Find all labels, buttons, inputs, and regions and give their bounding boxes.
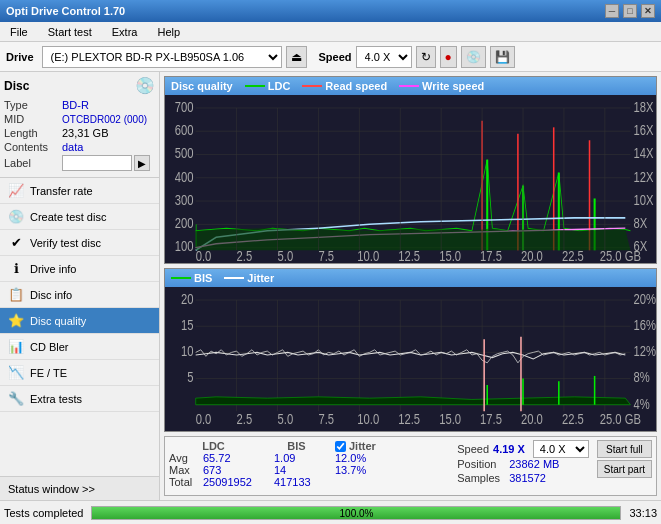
position-label: Position: [457, 458, 505, 470]
eject-button[interactable]: ⏏: [286, 46, 307, 68]
bis-legend-label: BIS: [194, 272, 212, 284]
speed-select[interactable]: 4.0 X: [356, 46, 412, 68]
menu-help[interactable]: Help: [151, 25, 186, 39]
svg-text:22.5: 22.5: [562, 411, 584, 428]
menu-file[interactable]: File: [4, 25, 34, 39]
contents-value: data: [62, 141, 83, 153]
bis-max: 14: [274, 464, 319, 476]
disc-button[interactable]: 💿: [461, 46, 486, 68]
sidebar-item-fe-te[interactable]: 📉 FE / TE: [0, 360, 159, 386]
stats-panel: LDC Avg 65.72 Max 673 Total 25091952 BIS: [164, 436, 657, 496]
minimize-button[interactable]: ─: [605, 4, 619, 18]
read-speed-legend: Read speed: [302, 80, 387, 92]
disc-info-label: Disc info: [30, 289, 72, 301]
time-display: 33:13: [629, 507, 657, 519]
svg-text:17.5: 17.5: [480, 411, 502, 428]
svg-text:400: 400: [175, 168, 194, 185]
bottom-chart-svg: 20 15 10 5 20% 16% 12% 8% 4% 0.0 2.5 5.0…: [165, 287, 656, 431]
label-key: Label: [4, 157, 62, 169]
sidebar: Disc 💿 Type BD-R MID OTCBDR002 (000) Len…: [0, 72, 160, 500]
svg-text:600: 600: [175, 122, 194, 139]
main-content: Disc 💿 Type BD-R MID OTCBDR002 (000) Len…: [0, 72, 661, 500]
sidebar-item-drive-info[interactable]: ℹ Drive info: [0, 256, 159, 282]
svg-text:16%: 16%: [633, 317, 656, 334]
status-bar: Tests completed 100.0% 33:13: [0, 500, 661, 524]
menu-bar: File Start test Extra Help: [0, 22, 661, 42]
sidebar-item-transfer-rate[interactable]: 📈 Transfer rate: [0, 178, 159, 204]
ldc-header: LDC: [169, 440, 258, 452]
disc-panel: Disc 💿 Type BD-R MID OTCBDR002 (000) Len…: [0, 72, 159, 178]
bottom-chart-title: BIS Jitter: [165, 269, 656, 287]
disc-info-icon: 📋: [8, 287, 24, 302]
ldc-total: 25091952: [203, 476, 258, 488]
sidebar-item-extra-tests[interactable]: 🔧 Extra tests: [0, 386, 159, 412]
speed-stat-label: Speed: [457, 443, 489, 455]
svg-text:20%: 20%: [633, 291, 656, 308]
contents-label: Contents: [4, 141, 62, 153]
type-value: BD-R: [62, 99, 89, 111]
svg-text:15: 15: [181, 317, 194, 334]
chart-area: Disc quality LDC Read speed Write speed: [160, 72, 661, 500]
sidebar-item-create-test[interactable]: 💿 Create test disc: [0, 204, 159, 230]
jitter-color: [224, 277, 244, 279]
svg-text:12.5: 12.5: [398, 411, 420, 428]
drive-info-label: Drive info: [30, 263, 76, 275]
speed-group: Speed 4.19 X 4.0 X Position 23862 MB Sam…: [457, 440, 589, 484]
avg-label: Avg: [169, 452, 199, 464]
ldc-legend-label: LDC: [268, 80, 291, 92]
write-speed-color: [399, 85, 419, 87]
svg-text:12X: 12X: [633, 168, 653, 185]
drive-select[interactable]: (E:) PLEXTOR BD-R PX-LB950SA 1.06: [42, 46, 282, 68]
start-buttons: Start full Start part: [597, 440, 652, 478]
save-button[interactable]: 💾: [490, 46, 515, 68]
disc-icon: 💿: [135, 76, 155, 95]
close-button[interactable]: ✕: [641, 4, 655, 18]
maximize-button[interactable]: □: [623, 4, 637, 18]
speed-label: Speed: [319, 51, 352, 63]
speed-stat-select[interactable]: 4.0 X: [533, 440, 589, 458]
status-window-button[interactable]: Status window >>: [0, 476, 159, 500]
fe-te-icon: 📉: [8, 365, 24, 380]
svg-text:16X: 16X: [633, 122, 653, 139]
svg-text:20: 20: [181, 291, 194, 308]
svg-marker-42: [196, 228, 631, 250]
bis-total: 417133: [274, 476, 319, 488]
total-label: Total: [169, 476, 199, 488]
jitter-stats: Jitter 12.0% 13.7%: [335, 440, 380, 476]
read-speed-color: [302, 85, 322, 87]
type-label: Type: [4, 99, 62, 111]
title-bar: Opti Drive Control 1.70 ─ □ ✕: [0, 0, 661, 22]
sidebar-item-disc-quality[interactable]: ⭐ Disc quality: [0, 308, 159, 334]
svg-text:10X: 10X: [633, 192, 653, 209]
disc-quality-icon: ⭐: [8, 313, 24, 328]
menu-extra[interactable]: Extra: [106, 25, 144, 39]
window-controls: ─ □ ✕: [605, 4, 655, 18]
mid-label: MID: [4, 113, 62, 125]
read-speed-legend-label: Read speed: [325, 80, 387, 92]
jitter-checkbox[interactable]: [335, 441, 346, 452]
drive-info-icon: ℹ: [8, 261, 24, 276]
progress-text: 100.0%: [92, 507, 620, 521]
refresh-button[interactable]: ↻: [416, 46, 436, 68]
position-val: 23862 MB: [509, 458, 559, 470]
start-part-button[interactable]: Start part: [597, 460, 652, 478]
top-chart-body: 700 600 500 400 300 200 100 18X 16X 14X …: [165, 95, 656, 263]
sidebar-item-verify-test[interactable]: ✔ Verify test disc: [0, 230, 159, 256]
disc-panel-title: Disc: [4, 79, 29, 93]
transfer-rate-icon: 📈: [8, 183, 24, 198]
svg-text:4%: 4%: [633, 395, 650, 412]
jitter-avg: 12.0%: [335, 452, 380, 464]
jitter-legend: Jitter: [224, 272, 274, 284]
sidebar-item-disc-info[interactable]: 📋 Disc info: [0, 282, 159, 308]
scan-button[interactable]: ●: [440, 46, 457, 68]
sidebar-item-cd-bler[interactable]: 📊 CD Bler: [0, 334, 159, 360]
start-full-button[interactable]: Start full: [597, 440, 652, 458]
samples-val: 381572: [509, 472, 546, 484]
svg-text:8X: 8X: [633, 215, 647, 232]
svg-text:25.0 GB: 25.0 GB: [600, 411, 641, 428]
label-apply-button[interactable]: ▶: [134, 155, 150, 171]
menu-start-test[interactable]: Start test: [42, 25, 98, 39]
label-input[interactable]: [62, 155, 132, 171]
bottom-chart-body: 20 15 10 5 20% 16% 12% 8% 4% 0.0 2.5 5.0…: [165, 287, 656, 431]
cd-bler-label: CD Bler: [30, 341, 69, 353]
